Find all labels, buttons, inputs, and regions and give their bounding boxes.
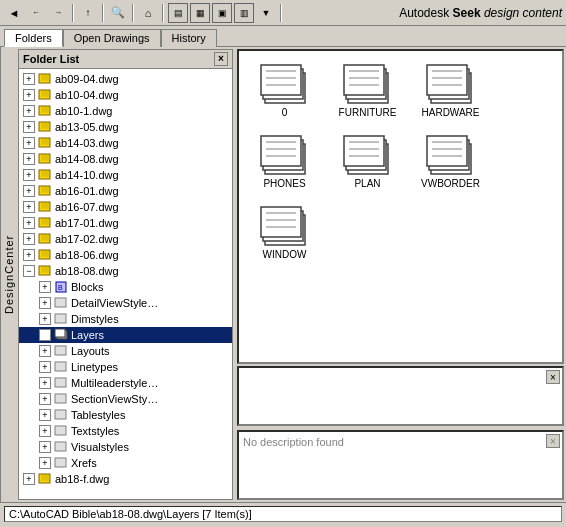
toolbar-btn-home[interactable]: ⌂ <box>138 3 158 23</box>
main-container: DesignCenter Folder List × +ab09-04.dwg+… <box>0 47 566 502</box>
tree-expand-layouts[interactable]: + <box>39 345 51 357</box>
toolbar-btn-view2[interactable]: ▦ <box>190 3 210 23</box>
tree-item-tablestyles[interactable]: +Tablestyles <box>19 407 232 423</box>
tree-expand-ab16-07[interactable]: + <box>23 201 35 213</box>
tree-icon-ab13-05 <box>37 120 53 134</box>
toolbar-btn-view1[interactable]: ▤ <box>168 3 188 23</box>
content-area: 0FURNITUREHARDWAREPHONESPLANVWBORDERWIND… <box>235 47 566 502</box>
tree-expand-ab18-08[interactable]: − <box>23 265 35 277</box>
tree-expand-detailview[interactable]: + <box>39 297 51 309</box>
tree-item-ab09-04[interactable]: +ab09-04.dwg <box>19 71 232 87</box>
toolbar-btn-nav1[interactable]: ← <box>26 3 46 23</box>
svg-rect-66 <box>55 458 66 467</box>
grid-item-0[interactable]: 0 <box>247 59 322 122</box>
tree-icon-layouts <box>53 344 69 358</box>
tree-expand-ab14-10[interactable]: + <box>23 169 35 181</box>
grid-item-vwborder[interactable]: VWBORDER <box>413 130 488 193</box>
toolbar-btn-search[interactable]: 🔍 <box>108 3 128 23</box>
grid-item-phones[interactable]: PHONES <box>247 130 322 193</box>
tree-expand-textstyles[interactable]: + <box>39 425 51 437</box>
tree-item-blocks[interactable]: +BBlocks <box>19 279 232 295</box>
tree-item-ab16-01[interactable]: +ab16-01.dwg <box>19 183 232 199</box>
tree-label-ab09-04: ab09-04.dwg <box>55 73 119 85</box>
grid-item-window[interactable]: WINDOW <box>247 201 322 264</box>
tree-label-ab17-01: ab17-01.dwg <box>55 217 119 229</box>
grid-item-plan[interactable]: PLAN <box>330 130 405 193</box>
svg-rect-59 <box>55 346 66 355</box>
tree-item-visualstyles[interactable]: +Visualstyles <box>19 439 232 455</box>
tree-item-ab14-03[interactable]: +ab14-03.dwg <box>19 135 232 151</box>
tree-item-multileader[interactable]: +Multileaderstyle… <box>19 375 232 391</box>
tree-item-xrefs[interactable]: +Xrefs <box>19 455 232 471</box>
tree-content[interactable]: +ab09-04.dwg+ab10-04.dwg+ab10-1.dwg+ab13… <box>19 69 232 499</box>
tree-expand-visualstyles[interactable]: + <box>39 441 51 453</box>
tree-expand-ab14-08[interactable]: + <box>23 153 35 165</box>
tree-label-xrefs: Xrefs <box>71 457 97 469</box>
svg-rect-58 <box>55 329 65 337</box>
tree-item-ab16-07[interactable]: +ab16-07.dwg <box>19 199 232 215</box>
tree-expand-ab10-04[interactable]: + <box>23 89 35 101</box>
tree-icon-ab14-03 <box>37 136 53 150</box>
tree-item-ab10-04[interactable]: +ab10-04.dwg <box>19 87 232 103</box>
tree-expand-dimstyles[interactable]: + <box>39 313 51 325</box>
tree-expand-xrefs[interactable]: + <box>39 457 51 469</box>
tree-expand-ab17-02[interactable]: + <box>23 233 35 245</box>
preview-close-button[interactable]: × <box>546 370 560 384</box>
tree-expand-ab17-01[interactable]: + <box>23 217 35 229</box>
tree-expand-ab09-04[interactable]: + <box>23 73 35 85</box>
tree-expand-blocks[interactable]: + <box>39 281 51 293</box>
toolbar-btn-view4[interactable]: ▥ <box>234 3 254 23</box>
tree-label-sectionview: SectionViewSty… <box>71 393 158 405</box>
toolbar-btn-back[interactable]: ◄ <box>4 3 24 23</box>
tree-item-ab17-02[interactable]: +ab17-02.dwg <box>19 231 232 247</box>
tree-expand-ab13-05[interactable]: + <box>23 121 35 133</box>
tab-history[interactable]: History <box>161 29 217 47</box>
tree-item-ab10-1[interactable]: +ab10-1.dwg <box>19 103 232 119</box>
desc-close-button[interactable]: × <box>546 434 560 448</box>
tree-item-textstyles[interactable]: +Textstyles <box>19 423 232 439</box>
tree-item-ab13-05[interactable]: +ab13-05.dwg <box>19 119 232 135</box>
tab-open-drawings[interactable]: Open Drawings <box>63 29 161 47</box>
tab-folders[interactable]: Folders <box>4 29 63 47</box>
tree-icon-ab18-06 <box>37 248 53 262</box>
tree-item-detailview[interactable]: +DetailViewStyle… <box>19 295 232 311</box>
svg-rect-40 <box>39 234 50 243</box>
tree-expand-layers[interactable]: + <box>39 329 51 341</box>
toolbar-btn-nav2[interactable]: → <box>48 3 68 23</box>
toolbar-btn-view3[interactable]: ▣ <box>212 3 232 23</box>
tree-item-ab17-01[interactable]: +ab17-01.dwg <box>19 215 232 231</box>
tree-item-dimstyles[interactable]: +Dimstyles <box>19 311 232 327</box>
tree-item-ab14-10[interactable]: +ab14-10.dwg <box>19 167 232 183</box>
tree-item-ab18-f[interactable]: +ab18-f.dwg <box>19 471 232 487</box>
tree-icon-sectionview <box>53 392 69 406</box>
tree-close-button[interactable]: × <box>214 52 228 66</box>
tree-item-layers[interactable]: +Layers <box>19 327 232 343</box>
tree-header: Folder List × <box>19 50 232 69</box>
tree-expand-tablestyles[interactable]: + <box>39 409 51 421</box>
tree-item-ab14-08[interactable]: +ab14-08.dwg <box>19 151 232 167</box>
tree-expand-ab18-06[interactable]: + <box>23 249 35 261</box>
grid-item-furniture[interactable]: FURNITURE <box>330 59 405 122</box>
tree-expand-multileader[interactable]: + <box>39 377 51 389</box>
tree-item-sectionview[interactable]: +SectionViewSty… <box>19 391 232 407</box>
icon-grid-panel[interactable]: 0FURNITUREHARDWAREPHONESPLANVWBORDERWIND… <box>237 49 564 364</box>
tree-item-ab18-06[interactable]: +ab18-06.dwg <box>19 247 232 263</box>
tree-icon-ab18-08 <box>37 264 53 278</box>
status-text: C:\AutoCAD Bible\ab18-08.dwg\Layers [7 I… <box>4 506 562 522</box>
tree-item-linetypes[interactable]: +Linetypes <box>19 359 232 375</box>
tree-expand-ab14-03[interactable]: + <box>23 137 35 149</box>
tree-expand-ab10-1[interactable]: + <box>23 105 35 117</box>
svg-rect-67 <box>39 474 50 483</box>
svg-rect-139 <box>427 136 467 166</box>
tree-icon-ab18-f <box>37 472 53 486</box>
tree-item-ab18-08[interactable]: −ab18-08.dwg <box>19 263 232 279</box>
toolbar-btn-up[interactable]: ↑ <box>78 3 98 23</box>
grid-item-hardware[interactable]: HARDWARE <box>413 59 488 122</box>
tree-expand-ab18-f[interactable]: + <box>23 473 35 485</box>
tree-expand-linetypes[interactable]: + <box>39 361 51 373</box>
tree-expand-sectionview[interactable]: + <box>39 393 51 405</box>
tree-icon-ab10-04 <box>37 88 53 102</box>
toolbar-dropdown[interactable]: ▼ <box>256 3 276 23</box>
tree-item-layouts[interactable]: +Layouts <box>19 343 232 359</box>
tree-expand-ab16-01[interactable]: + <box>23 185 35 197</box>
